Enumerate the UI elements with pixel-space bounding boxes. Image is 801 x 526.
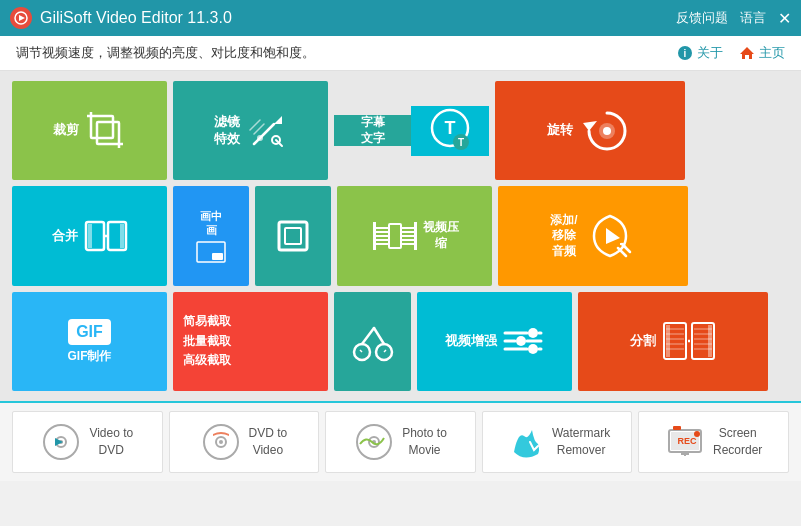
svg-point-59 <box>516 336 526 346</box>
feedback-link[interactable]: 反馈问题 <box>676 9 728 27</box>
svg-marker-22 <box>583 121 597 131</box>
tile-cuts[interactable]: 简易截取 批量截取 高级截取 <box>173 292 328 391</box>
title-bar: GiliSoft Video Editor 11.3.0 反馈问题 语言 ✕ <box>0 0 801 36</box>
compress-label: 视频压 缩 <box>423 220 459 251</box>
video-to-dvd-tile[interactable]: Video to DVD <box>12 411 163 473</box>
photo-to-movie-tile[interactable]: Photo to Movie <box>325 411 476 473</box>
tile-merge[interactable]: 合并 <box>12 186 167 285</box>
svg-point-85 <box>219 440 223 444</box>
main-area: 裁剪 滤镜 特效 <box>0 71 801 401</box>
scissors-icon <box>348 316 398 366</box>
tile-rotate[interactable]: 旋转 <box>495 81 685 180</box>
split-icon <box>662 319 716 363</box>
svg-marker-82 <box>55 438 63 446</box>
filter-label: 滤镜 特效 <box>214 114 240 148</box>
easycut-label[interactable]: 简易截取 <box>183 312 231 332</box>
batchcut-label[interactable]: 批量截取 <box>183 332 231 352</box>
tile-crop[interactable]: 裁剪 <box>12 81 167 180</box>
tile-subtitle[interactable]: 字幕 文字 T T <box>334 81 489 180</box>
home-link[interactable]: 主页 <box>739 44 785 62</box>
svg-point-24 <box>603 127 611 135</box>
addaudio-label: 添加/ 移除 音频 <box>550 213 577 260</box>
screen-recorder-tile[interactable]: REC Screen Recorder <box>638 411 789 473</box>
language-link[interactable]: 语言 <box>740 9 766 27</box>
tile-addaudio[interactable]: 添加/ 移除 音频 <box>498 186 688 285</box>
title-bar-left: GiliSoft Video Editor 11.3.0 <box>10 7 232 29</box>
svg-rect-41 <box>389 224 401 248</box>
enhance-label: 视频增强 <box>445 333 497 350</box>
subtitle-icon: T T <box>425 106 475 156</box>
svg-rect-26 <box>88 224 92 248</box>
crop-label: 裁剪 <box>53 122 79 139</box>
subtitle-bar: 调节视频速度，调整视频的亮度、对比度和饱和度。 i 关于 主页 <box>0 36 801 71</box>
tile-scissors[interactable] <box>334 292 411 391</box>
rotate-icon <box>581 105 633 157</box>
subtitle-icon-part: T T <box>411 106 489 156</box>
watermark-remover-tile[interactable]: Watermark Remover <box>482 411 633 473</box>
svg-rect-33 <box>285 228 301 244</box>
merge-icon <box>84 214 128 258</box>
grid-row-2: 合并 画中 画 <box>12 186 789 285</box>
addaudio-icon <box>584 210 636 262</box>
bottom-bar: Video to DVD DVD to Video Photo to Movie… <box>0 401 801 481</box>
merge-label: 合并 <box>52 228 78 245</box>
app-logo <box>10 7 32 29</box>
svg-line-53 <box>360 350 362 352</box>
enhance-icon <box>501 319 545 363</box>
tile-compress[interactable]: 视频压 缩 <box>337 186 492 285</box>
svg-line-11 <box>254 124 274 144</box>
video-to-dvd-label: Video to DVD <box>89 425 133 459</box>
svg-rect-91 <box>673 426 681 430</box>
rotate-label: 旋转 <box>547 122 573 139</box>
pip-label: 画中 画 <box>200 209 222 238</box>
watermark-remover-icon <box>504 422 544 462</box>
screen-recorder-label: Screen Recorder <box>713 425 762 459</box>
svg-text:T: T <box>445 118 456 138</box>
svg-rect-28 <box>120 224 124 248</box>
svg-point-13 <box>257 135 263 141</box>
filter-icon <box>246 110 288 152</box>
svg-point-56 <box>528 328 538 338</box>
watermark-remover-label: Watermark Remover <box>552 425 610 459</box>
advancedcut-label[interactable]: 高级截取 <box>183 351 231 371</box>
svg-text:REC: REC <box>677 436 697 446</box>
app-title: GiliSoft Video Editor 11.3.0 <box>40 9 232 27</box>
tile-split[interactable]: 分割 <box>578 292 768 391</box>
svg-line-52 <box>374 328 384 344</box>
svg-marker-12 <box>274 116 282 124</box>
svg-text:T: T <box>458 137 464 148</box>
svg-rect-6 <box>97 122 119 144</box>
gif-label: GIF制作 <box>68 349 112 365</box>
subtitle-links: i 关于 主页 <box>677 44 785 62</box>
svg-line-54 <box>384 350 386 352</box>
frame-icon <box>275 218 311 254</box>
tile-filter[interactable]: 滤镜 特效 <box>173 81 328 180</box>
compress-icon <box>371 214 419 258</box>
about-link[interactable]: i 关于 <box>677 44 723 62</box>
photo-to-movie-label: Photo to Movie <box>402 425 447 459</box>
svg-line-51 <box>362 328 374 344</box>
info-icon: i <box>677 45 693 61</box>
grid-row-3: GIF GIF制作 简易截取 批量截取 高级截取 视频增强 <box>12 292 789 391</box>
dvd-to-video-icon <box>201 422 241 462</box>
tile-frame[interactable] <box>255 186 331 285</box>
home-icon <box>739 45 755 61</box>
pip-icon <box>196 241 226 263</box>
subtitle-label: 字幕 文字 <box>361 115 385 146</box>
tile-gif[interactable]: GIF GIF制作 <box>12 292 167 391</box>
tile-pip[interactable]: 画中 画 <box>173 186 249 285</box>
svg-point-62 <box>528 344 538 354</box>
svg-point-93 <box>694 431 700 437</box>
tile-enhance[interactable]: 视频增强 <box>417 292 572 391</box>
svg-marker-4 <box>740 47 754 59</box>
dvd-to-video-tile[interactable]: DVD to Video <box>169 411 320 473</box>
grid-row-1: 裁剪 滤镜 特效 <box>12 81 789 180</box>
svg-rect-34 <box>373 222 376 250</box>
svg-rect-35 <box>414 222 417 250</box>
video-to-dvd-icon <box>41 422 81 462</box>
screen-recorder-icon: REC <box>665 422 705 462</box>
svg-text:i: i <box>684 48 687 59</box>
close-button[interactable]: ✕ <box>778 9 791 28</box>
svg-rect-31 <box>212 253 223 260</box>
subtitle-description: 调节视频速度，调整视频的亮度、对比度和饱和度。 <box>16 44 315 62</box>
